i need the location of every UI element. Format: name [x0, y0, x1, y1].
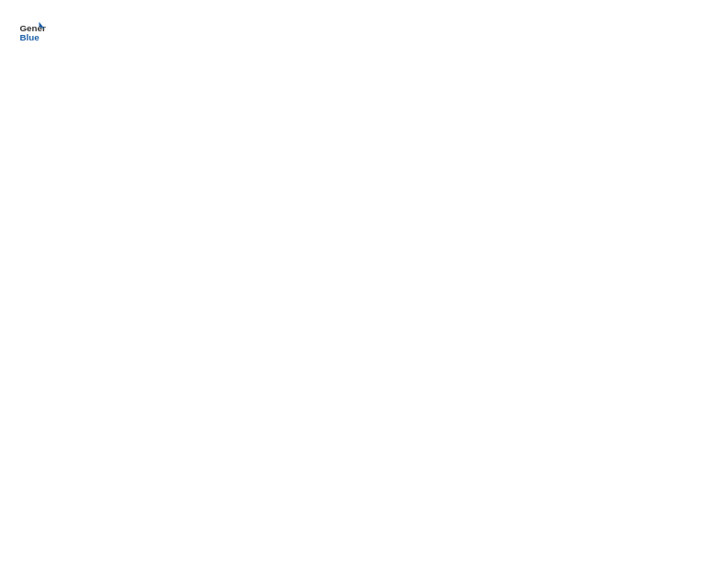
logo: General Blue [18, 18, 46, 46]
page-header: General Blue [18, 18, 710, 46]
svg-text:Blue: Blue [20, 32, 40, 42]
logo-icon: General Blue [18, 18, 46, 46]
